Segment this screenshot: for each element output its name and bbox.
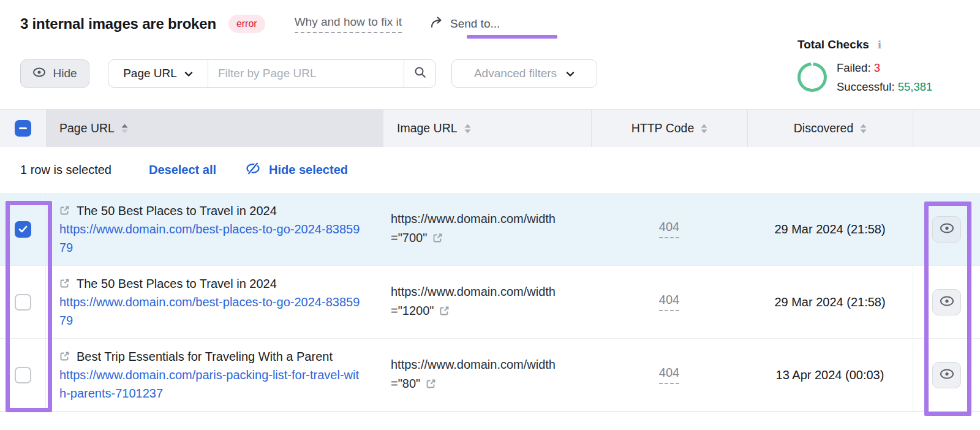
external-link-icon xyxy=(59,205,70,218)
eye-slash-icon xyxy=(245,162,261,178)
row-checkbox[interactable] xyxy=(15,367,31,383)
row-checkbox[interactable] xyxy=(15,294,31,311)
send-to-button[interactable]: Send to... xyxy=(430,17,500,31)
select-all-checkbox[interactable] xyxy=(15,120,31,137)
send-to-arrow-icon xyxy=(430,17,443,31)
total-checks-title: Total Checks xyxy=(797,38,869,51)
failed-stat: Failed: 3 xyxy=(837,58,932,77)
page-title-text: The 50 Best Places to Travel in 2024 xyxy=(77,202,277,220)
external-link-icon xyxy=(59,278,70,291)
send-to-label: Send to... xyxy=(450,17,500,31)
table-row: The 50 Best Places to Travel in 2024 htt… xyxy=(0,193,980,265)
hide-button[interactable]: Hide xyxy=(20,59,89,88)
report-header: 3 internal images are broken error Why a… xyxy=(20,15,500,33)
image-url: https://www.domain.com/width="1200" xyxy=(391,282,570,322)
hide-selected-link[interactable]: Hide selected xyxy=(245,162,348,178)
http-code[interactable]: 404 xyxy=(659,293,679,311)
sort-icon xyxy=(121,124,128,134)
successful-count: 55,381 xyxy=(898,80,933,93)
page-url-link[interactable]: https://www.domain.com/paris-packing-lis… xyxy=(59,366,366,402)
eye-icon xyxy=(940,296,954,308)
sort-icon xyxy=(860,124,867,134)
discovered-date: 29 Mar 2024 (21:58) xyxy=(747,222,913,236)
hide-row-button[interactable] xyxy=(932,289,961,315)
image-url: https://www.domain.com/width="80" xyxy=(391,355,570,394)
filter-group: Page URL xyxy=(108,59,436,88)
sort-icon xyxy=(464,124,471,134)
column-header-http-code[interactable]: HTTP Code xyxy=(591,110,747,147)
chevron-down-icon xyxy=(566,67,575,80)
column-header-image-url[interactable]: Image URL xyxy=(383,110,591,147)
table-body: The 50 Best Places to Travel in 2024 htt… xyxy=(0,193,980,412)
failed-count: 3 xyxy=(874,61,880,74)
selection-count: 1 row is selected xyxy=(20,163,111,177)
error-badge: error xyxy=(228,15,265,33)
discovered-date: 13 Apr 2024 (00:03) xyxy=(747,368,913,382)
selection-bar: 1 row is selected Deselect all Hide sele… xyxy=(0,147,980,193)
external-link-icon[interactable] xyxy=(432,230,443,249)
deselect-all-link[interactable]: Deselect all xyxy=(149,163,216,177)
external-link-icon xyxy=(59,351,70,364)
filter-search-input[interactable] xyxy=(208,60,404,87)
annotation-underline-send-to xyxy=(467,35,557,39)
advanced-filters-label: Advanced filters xyxy=(474,67,557,80)
http-code[interactable]: 404 xyxy=(659,366,679,384)
successful-stat: Successful: 55,381 xyxy=(837,77,932,96)
hide-row-button[interactable] xyxy=(932,216,961,243)
table-header-row: Page URL Image URL HTTP Code Discovered xyxy=(0,109,980,147)
row-checkbox[interactable] xyxy=(15,221,31,238)
eye-icon xyxy=(940,369,954,381)
http-code[interactable]: 404 xyxy=(659,220,679,238)
page-url-link[interactable]: https://www.domain.com/best-places-to-go… xyxy=(59,293,366,330)
advanced-filters-button[interactable]: Advanced filters xyxy=(451,59,597,88)
external-link-icon[interactable] xyxy=(439,303,450,322)
filter-field-label: Page URL xyxy=(123,67,177,80)
checks-donut-chart xyxy=(797,62,827,92)
column-header-discovered[interactable]: Discovered xyxy=(747,110,913,147)
broken-images-table: Page URL Image URL HTTP Code Discovered … xyxy=(0,109,980,412)
hide-row-button[interactable] xyxy=(932,362,961,388)
chevron-down-icon xyxy=(184,67,193,80)
search-button[interactable] xyxy=(404,60,435,87)
why-how-to-fix-link[interactable]: Why and how to fix it xyxy=(295,15,402,33)
page-title-text: Best Trip Essentials for Traveling With … xyxy=(77,347,333,366)
column-header-page-url[interactable]: Page URL xyxy=(46,110,383,147)
page-title: 3 internal images are broken xyxy=(20,15,216,32)
filter-bar: Hide Page URL Advanced filters xyxy=(20,59,597,88)
table-row: Best Trip Essentials for Traveling With … xyxy=(0,338,980,411)
info-icon[interactable]: i xyxy=(878,39,881,51)
image-url: https://www.domain.com/width="700" xyxy=(391,209,570,249)
discovered-date: 29 Mar 2024 (21:58) xyxy=(747,295,913,309)
total-checks-widget: Total Checks i Failed: 3 Successful: 55,… xyxy=(797,38,932,96)
table-row: The 50 Best Places to Travel in 2024 htt… xyxy=(0,265,980,338)
search-icon xyxy=(414,66,426,81)
external-link-icon[interactable] xyxy=(426,375,436,394)
page-url-link[interactable]: https://www.domain.com/best-places-to-go… xyxy=(59,220,366,257)
hide-button-label: Hide xyxy=(53,67,77,80)
filter-field-dropdown[interactable]: Page URL xyxy=(108,60,208,87)
page-title-text: The 50 Best Places to Travel in 2024 xyxy=(77,274,277,293)
eye-icon xyxy=(32,67,46,80)
eye-icon xyxy=(940,223,954,235)
sort-icon xyxy=(701,124,707,134)
